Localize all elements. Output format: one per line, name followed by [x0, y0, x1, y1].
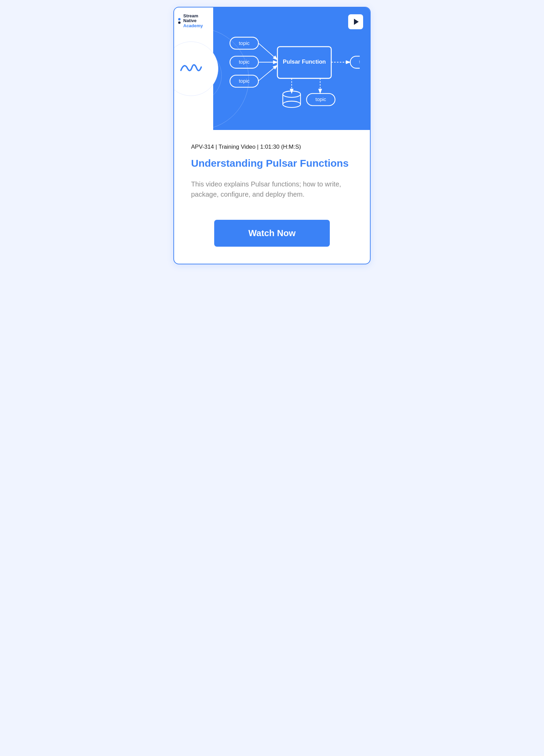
svg-rect-12	[350, 56, 360, 68]
logo-icon: Stream Native Academy	[178, 14, 203, 28]
pulsar-wave-icon	[179, 60, 203, 77]
card: Stream Native Academy	[173, 7, 371, 264]
meta-info: APV-314 | Training Video | 1:01:30 (H:M:…	[191, 144, 353, 150]
logo-academy: Academy	[183, 23, 203, 28]
svg-line-8	[258, 66, 277, 81]
play-triangle	[354, 19, 359, 25]
watch-now-button[interactable]: Watch Now	[214, 220, 330, 247]
thumbnail: Stream Native Academy	[174, 7, 370, 130]
logo-native: Native	[183, 18, 203, 23]
dot-dark	[178, 21, 181, 24]
svg-point-15	[283, 91, 301, 97]
svg-text:topic: topic	[239, 40, 250, 46]
logo-text-group: Stream Native Academy	[183, 14, 203, 28]
content-area: APV-314 | Training Video | 1:01:30 (H:M:…	[174, 130, 370, 264]
video-description: This video explains Pulsar functions; ho…	[191, 179, 353, 199]
logo-stream: Stream	[183, 14, 203, 18]
logo-dots	[178, 18, 181, 24]
svg-point-18	[283, 101, 301, 108]
logo-content: Stream Native Academy	[178, 14, 203, 29]
youtube-icon[interactable]	[348, 14, 363, 29]
svg-text:topic: topic	[316, 97, 326, 102]
svg-text:topic: topic	[359, 59, 360, 65]
svg-text:Pulsar Function: Pulsar Function	[283, 59, 326, 65]
dot-blue	[178, 18, 181, 20]
svg-line-6	[258, 43, 277, 59]
video-title: Understanding Pulsar Functions	[191, 157, 353, 169]
